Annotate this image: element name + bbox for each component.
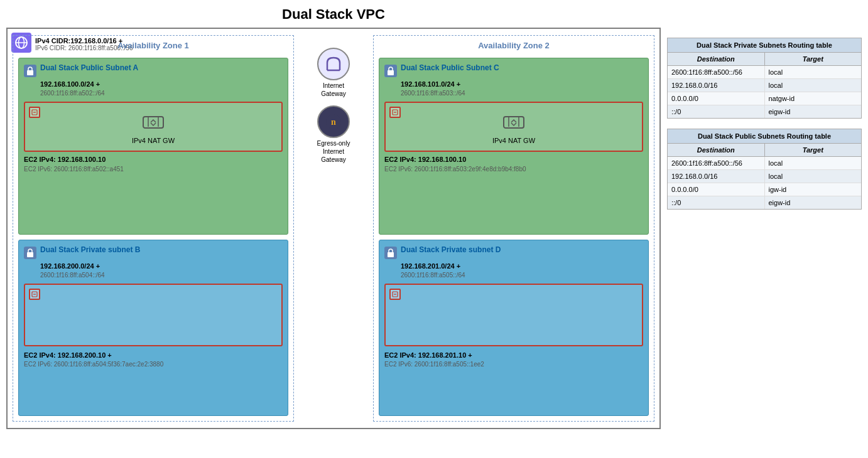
subnet-d-title: Dual Stack Private subnet D	[401, 245, 501, 255]
ec2-ipv6-d: EC2 IPv6: 2600:1f16:8ff:a505::1ee2	[384, 360, 643, 369]
private-rt-dest-0: 2600:1f16:8ff:a500::/56	[668, 66, 765, 78]
egress-gw-label: Egress-only Internet Gateway	[312, 139, 355, 164]
private-rt-target-1: local	[765, 79, 862, 92]
routing-tables: Dual Stack Private Subnets Routing table…	[667, 6, 862, 452]
ec2-ipv6-a: EC2 IPv6: 2600:1f16:8ff:a502::a451	[24, 165, 283, 174]
subnet-b-title: Dual Stack Private subnet B	[40, 245, 140, 255]
subnet-d-ipv4: 192.168.201.0/24 +	[401, 262, 643, 271]
nat-gw-label-c: IPv4 NAT GW	[492, 137, 535, 144]
nat-gw-icon-c	[501, 109, 526, 134]
ec2-ipv4-a: EC2 IPv4: 192.168.100.10	[24, 154, 283, 165]
svg-rect-21	[388, 252, 394, 257]
az1-title: Availability Zone 1	[18, 41, 288, 50]
public-rt-target-2: igw-id	[765, 183, 862, 196]
public-rt-dest-1: 192.168.0.0/16	[668, 170, 765, 183]
subnet-a-header: Dual Stack Public Subnet A	[24, 63, 283, 77]
subnet-a-ipv4: 192.168.100.0/24 +	[40, 80, 283, 89]
private-rt-col2: Target	[765, 53, 862, 65]
resource-icon-ec2-b	[29, 289, 40, 300]
public-rt-col-headers: Destination Target	[668, 144, 861, 157]
subnet-public-c: Dual Stack Public Subnet C 192.168.101.0…	[379, 58, 649, 235]
az2-title: Availability Zone 2	[379, 41, 649, 50]
private-rt-row-0: 2600:1f16:8ff:a500::/56 local	[668, 66, 861, 79]
private-rt-header: Dual Stack Private Subnets Routing table	[668, 38, 861, 53]
subnet-b-ipv4: 192.168.200.0/24 +	[40, 262, 283, 271]
public-routing-table: Dual Stack Public Subnets Routing table …	[667, 129, 862, 210]
public-rt-target-0: local	[765, 157, 862, 169]
internet-gw-wrapper: Internet Gateway	[312, 48, 355, 98]
subnet-b-ipv6: 2600:1f16:8ff:a504::/64	[40, 271, 283, 280]
public-rt-col2: Target	[765, 144, 862, 156]
svg-rect-3	[27, 70, 33, 75]
ec2-box-b	[24, 284, 283, 346]
resource-icon-nat-c	[389, 107, 401, 118]
az1-column: Availability Zone 1 Dual Stack Public Su…	[13, 35, 294, 422]
egress-gw-icon: n	[317, 105, 350, 138]
private-rt-dest-3: ::/0	[668, 105, 765, 118]
svg-rect-18	[504, 117, 524, 128]
private-rt-dest-2: 0.0.0.0/0	[668, 92, 765, 105]
public-rt-dest-2: 0.0.0.0/0	[668, 183, 765, 196]
svg-rect-15	[388, 70, 394, 75]
lock-icon-c	[384, 65, 397, 77]
subnet-d-ipv6: 2600:1f16:8ff:a505::/64	[401, 271, 643, 280]
public-rt-row-2: 0.0.0.0/0 igw-id	[668, 183, 861, 196]
public-rt-target-1: local	[765, 170, 862, 183]
lock-icon-d	[384, 247, 397, 259]
az2-column: Availability Zone 2 Dual Stack Public Su…	[373, 35, 654, 422]
private-rt-col1: Destination	[668, 53, 765, 65]
public-rt-header: Dual Stack Public Subnets Routing table	[668, 129, 861, 144]
resource-icon-nat-a	[29, 107, 40, 118]
nat-gw-label-a: IPv4 NAT GW	[132, 137, 175, 144]
nat-gw-box-a: IPv4 NAT GW	[24, 102, 283, 152]
subnet-c-ipv4: 192.168.101.0/24 +	[401, 80, 643, 89]
svg-rect-9	[27, 252, 33, 257]
private-routing-table: Dual Stack Private Subnets Routing table…	[667, 38, 862, 119]
subnet-private-d: Dual Stack Private subnet D 192.168.201.…	[379, 240, 649, 417]
subnet-a-ipv6: 2600:1f16:8ff:a502::/64	[40, 89, 283, 98]
subnet-b-header: Dual Stack Private subnet B	[24, 245, 283, 259]
lock-icon-b	[24, 247, 36, 259]
private-rt-row-2: 0.0.0.0/0 natgw-id	[668, 92, 861, 105]
subnet-c-ipv6: 2600:1f16:8ff:a503::/64	[401, 89, 643, 98]
nat-gw-box-c: IPv4 NAT GW	[384, 102, 643, 152]
middle-gateways: Internet Gateway n Egress-only Internet …	[299, 29, 368, 428]
private-rt-dest-1: 192.168.0.0/16	[668, 79, 765, 92]
subnet-d-header: Dual Stack Private subnet D	[384, 245, 643, 259]
private-rt-target-2: natgw-id	[765, 92, 862, 105]
lock-icon-a	[24, 65, 36, 77]
public-rt-row-1: 192.168.0.0/16 local	[668, 170, 861, 183]
vpc-container: IPv4 CIDR:192.168.0.0/16 + IPv6 CIDR: 26…	[6, 28, 661, 429]
public-rt-row-0: 2600:1f16:8ff:a500::/56 local	[668, 157, 861, 170]
internet-gw-icon	[317, 48, 350, 80]
subnet-c-header: Dual Stack Public Subnet C	[384, 63, 643, 77]
public-rt-row-3: ::/0 eigw-id	[668, 196, 861, 209]
public-rt-dest-3: ::/0	[668, 196, 765, 209]
ec2-ipv4-d: EC2 IPv4: 192.168.201.10 +	[384, 350, 643, 361]
private-rt-col-headers: Destination Target	[668, 53, 861, 66]
resource-icon-ec2-d	[389, 289, 401, 300]
internet-gw-label: Internet Gateway	[312, 82, 355, 98]
ec2-ipv6-b: EC2 IPv6: 2600:1f16:8ff:a504:5f36:7aec:2…	[24, 360, 283, 369]
ec2-ipv4-b: EC2 IPv4: 192.168.200.10 +	[24, 350, 283, 361]
subnet-public-a: Dual Stack Public Subnet A 192.168.100.0…	[18, 58, 288, 235]
ec2-box-d	[384, 284, 643, 346]
page-title: Dual Stack VPC	[282, 6, 385, 23]
private-rt-target-3: eigw-id	[765, 105, 862, 118]
ec2-ipv6-c: EC2 IPv6: 2600:1f16:8ff:a503:2e9f:4e8d:b…	[384, 165, 643, 174]
private-rt-row-3: ::/0 eigw-id	[668, 105, 861, 118]
private-rt-row-1: 192.168.0.0/16 local	[668, 79, 861, 92]
svg-rect-6	[143, 117, 163, 128]
subnet-a-title: Dual Stack Public Subnet A	[40, 63, 138, 73]
public-rt-col1: Destination	[668, 144, 765, 156]
subnet-private-b: Dual Stack Private subnet B 192.168.200.…	[18, 240, 288, 417]
ec2-ipv4-c: EC2 IPv4: 192.168.100.10	[384, 154, 643, 165]
subnet-c-title: Dual Stack Public Subnet C	[401, 63, 499, 73]
nat-gw-icon-a	[141, 109, 166, 134]
private-rt-target-0: local	[765, 66, 862, 78]
public-rt-dest-0: 2600:1f16:8ff:a500::/56	[668, 157, 765, 169]
egress-gw-wrapper: n Egress-only Internet Gateway	[312, 105, 355, 164]
svg-text:n: n	[331, 117, 336, 127]
public-rt-target-3: eigw-id	[765, 196, 862, 209]
